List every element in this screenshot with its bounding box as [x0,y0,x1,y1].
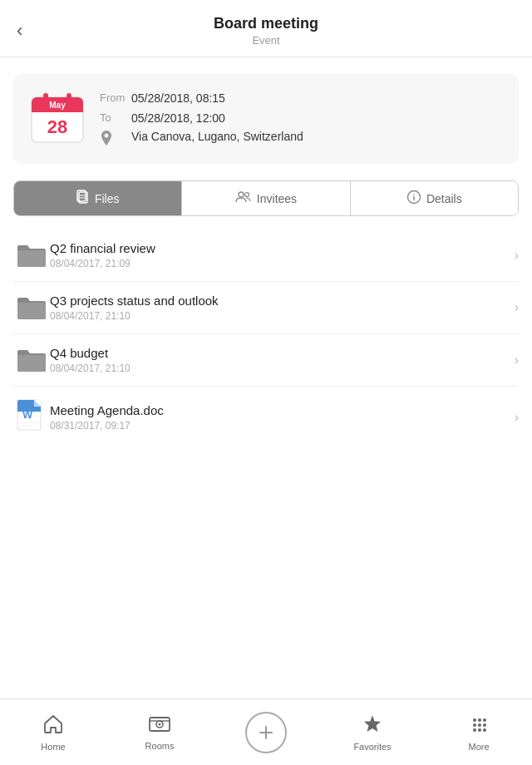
details-tab-icon [406,190,421,207]
svg-rect-4 [66,93,71,103]
svg-point-35 [478,728,481,732]
svg-point-24 [159,723,161,725]
svg-point-28 [473,718,476,722]
svg-rect-3 [43,93,48,103]
invitees-tab-icon [235,190,252,206]
location-icon [100,130,131,151]
nav-favorites-label: Favorites [353,742,391,752]
svg-text:May: May [49,101,66,110]
file-date: 08/04/2017, 21:10 [50,363,508,374]
file-date: 08/31/2017, 09:17 [50,420,508,432]
nav-favorites[interactable]: Favorites [319,713,426,752]
tab-invitees-label: Invitees [257,192,297,205]
event-card: May 28 From 05/28/2018, 08:15 To 05/28/2… [13,74,519,164]
nav-more[interactable]: More [426,713,532,752]
chevron-right-icon: › [515,248,519,263]
folder-icon [13,347,50,373]
svg-point-15 [413,194,415,195]
add-button[interactable] [245,712,287,753]
file-list: Q2 financial review 08/04/2017, 21:09 › … [13,230,519,448]
calendar-icon: May 28 [28,87,86,146]
file-item[interactable]: Q4 budget 08/04/2017, 21:10 › [13,334,519,387]
svg-point-11 [239,192,244,197]
svg-point-34 [473,728,476,732]
nav-home-label: Home [41,742,65,752]
file-info: Meeting Agenda.doc 08/31/2017, 09:17 [50,403,508,432]
from-label: From [100,91,131,106]
nav-home[interactable]: Home [0,713,106,752]
file-date: 08/04/2017, 21:09 [50,258,508,269]
file-date: 08/04/2017, 21:10 [50,310,508,322]
file-item[interactable]: Q3 projects status and outlook 08/04/201… [13,282,519,334]
svg-point-30 [483,718,486,722]
chevron-right-icon: › [515,353,519,368]
back-button[interactable]: ‹ [17,20,22,42]
chevron-right-icon: › [515,300,519,315]
star-icon [362,713,383,738]
svg-text:W: W [22,408,33,421]
nav-add[interactable] [213,712,319,753]
header: ‹ Board meeting Event [0,0,532,57]
files-tab-icon [76,190,90,207]
to-value: 05/28/2018, 12:00 [131,111,225,127]
file-item[interactable]: Q2 financial review 08/04/2017, 21:09 › [13,230,519,282]
from-value: 05/28/2018, 08:15 [131,91,225,107]
event-to-row: To 05/28/2018, 12:00 [100,111,504,127]
header-title-group: Board meeting Event [214,15,318,47]
nav-more-label: More [468,742,489,752]
svg-text:28: 28 [47,116,67,137]
event-location-row: Via Canova, Lugano, Switzerland [100,130,504,151]
svg-point-36 [483,728,486,732]
page-title: Board meeting [214,15,318,32]
bottom-nav: Home Rooms Favorites [0,698,532,765]
page-subtitle: Event [214,34,318,47]
tab-invitees[interactable]: Invitees [182,181,350,215]
svg-point-32 [478,723,481,727]
location-value: Via Canova, Lugano, Switzerland [131,130,303,143]
home-icon [42,713,64,738]
file-name: Q2 financial review [50,241,508,255]
word-doc-icon: W [13,398,50,437]
file-name: Q4 budget [50,346,508,360]
grid-icon [468,713,490,738]
file-info: Q4 budget 08/04/2017, 21:10 [50,346,508,374]
file-info: Q2 financial review 08/04/2017, 21:09 [50,241,508,269]
folder-icon [13,294,50,321]
to-label: To [100,111,131,126]
tab-files-label: Files [95,192,120,205]
event-from-row: From 05/28/2018, 08:15 [100,91,504,107]
svg-point-12 [244,193,249,197]
nav-rooms[interactable]: Rooms [106,714,213,751]
tab-details[interactable]: Details [351,181,518,215]
svg-point-29 [478,718,481,722]
svg-point-33 [483,723,486,727]
tab-files[interactable]: Files [14,181,182,215]
event-details: From 05/28/2018, 08:15 To 05/28/2018, 12… [100,87,504,151]
chevron-right-icon: › [515,410,519,425]
file-name: Meeting Agenda.doc [50,403,508,417]
svg-point-31 [473,723,476,727]
file-name: Q3 projects status and outlook [50,294,508,308]
file-info: Q3 projects status and outlook 08/04/201… [50,294,508,322]
file-item[interactable]: W Meeting Agenda.doc 08/31/2017, 09:17 › [13,387,519,448]
nav-rooms-label: Rooms [145,741,175,751]
tab-details-label: Details [426,192,462,205]
folder-icon [13,242,50,269]
rooms-icon [148,714,171,738]
tab-bar: Files Invitees Details [13,180,519,216]
